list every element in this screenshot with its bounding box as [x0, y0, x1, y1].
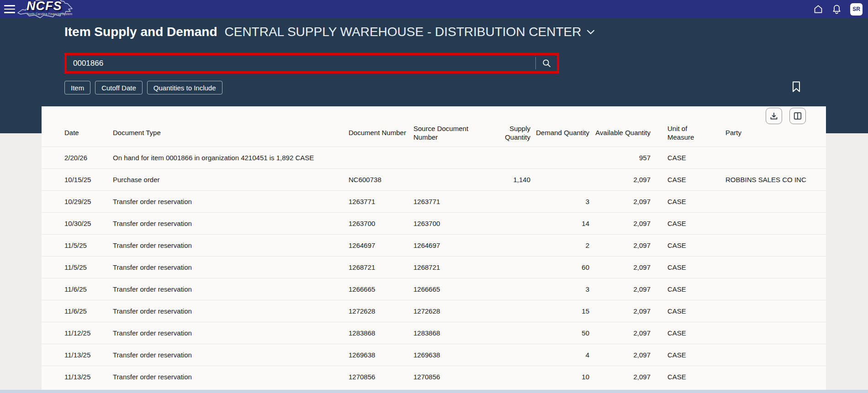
table-row[interactable]: 2/20/26On hand for item 0001866 in organ… [42, 147, 826, 168]
cell-unit-of-measure: CASE [653, 366, 711, 388]
cell-demand-quantity: 15 [533, 300, 592, 322]
table-row[interactable]: 11/6/25Transfer order reservation1266665… [42, 278, 826, 300]
cell-document-number: NC600738 [349, 168, 413, 190]
cell-supply-quantity [487, 278, 533, 300]
search-input[interactable] [67, 55, 535, 71]
cell-supply-quantity: 1,140 [487, 168, 533, 190]
cell-document-number: 1266665 [349, 278, 413, 300]
cell-supply-quantity [487, 256, 533, 278]
column-header-document-type[interactable]: Document Type [113, 106, 349, 147]
cell-unit-of-measure: CASE [653, 190, 711, 212]
cell-demand-quantity: 60 [533, 256, 592, 278]
search-icon [542, 58, 551, 68]
table-row[interactable]: 10/30/25Transfer order reservation126370… [42, 212, 826, 234]
cell-source-document-number: 1263700 [413, 212, 487, 234]
cell-document-number: 1264697 [349, 234, 413, 256]
table-row[interactable]: 11/12/25Transfer order reservation128386… [42, 322, 826, 344]
table-row[interactable]: 11/13/25Transfer order reservation126963… [42, 344, 826, 366]
table-row[interactable]: 11/13/25Transfer order reservation127085… [42, 366, 826, 388]
cell-unit-of-measure: CASE [653, 256, 711, 278]
column-header-unit-of-measure[interactable]: Unit of Measure [653, 106, 711, 147]
cell-supply-quantity [487, 366, 533, 388]
cell-supply-quantity [487, 300, 533, 322]
home-icon[interactable] [813, 4, 823, 14]
table-row[interactable]: 10/15/25Purchase orderNC6007381,1402,097… [42, 168, 826, 190]
manage-columns-button[interactable] [789, 108, 806, 124]
notifications-bell-icon[interactable] [832, 4, 842, 15]
cell-party [711, 212, 826, 234]
hamburger-menu-icon[interactable] [4, 4, 15, 14]
cell-party [711, 256, 826, 278]
table-row[interactable]: 11/5/25Transfer order reservation1268721… [42, 256, 826, 278]
cell-document-number: 1269638 [349, 344, 413, 366]
cell-document-type: Transfer order reservation [113, 366, 349, 388]
cell-available-quantity: 2,097 [592, 300, 653, 322]
top-navigation-bar: NCFS North Carolina Financial System SR [0, 0, 868, 18]
cell-available-quantity: 957 [592, 147, 653, 168]
column-header-available-quantity[interactable]: Available Quantity [592, 106, 653, 147]
cell-available-quantity: 2,097 [592, 168, 653, 190]
export-download-button[interactable] [766, 108, 782, 124]
cell-demand-quantity: 14 [533, 212, 592, 234]
column-header-source-document-number[interactable]: Source Document Number [413, 106, 487, 147]
cell-demand-quantity: 10 [533, 366, 592, 388]
cell-date: 11/13/25 [42, 344, 113, 366]
user-avatar[interactable]: SR [850, 3, 863, 16]
table-row[interactable]: 11/6/25Transfer order reservation1272628… [42, 300, 826, 322]
cell-document-number: 1272628 [349, 300, 413, 322]
cell-demand-quantity: 2 [533, 234, 592, 256]
table-row[interactable]: 10/29/25Transfer order reservation126377… [42, 190, 826, 212]
search-button[interactable] [536, 55, 557, 71]
cell-source-document-number: 1266665 [413, 278, 487, 300]
cell-date: 2/20/26 [42, 147, 113, 168]
cell-date: 10/15/25 [42, 168, 113, 190]
cell-date: 11/13/25 [42, 366, 113, 388]
cell-party [711, 300, 826, 322]
bookmark-icon[interactable] [792, 81, 801, 94]
horizontal-scrollbar[interactable] [0, 390, 868, 393]
cell-supply-quantity [487, 344, 533, 366]
column-header-supply-quantity[interactable]: Supply Quantity [487, 106, 533, 147]
filter-chip-item[interactable]: Item [64, 81, 90, 94]
cell-unit-of-measure: CASE [653, 278, 711, 300]
cell-date: 11/5/25 [42, 234, 113, 256]
cell-document-type: Transfer order reservation [113, 322, 349, 344]
cell-demand-quantity [533, 147, 592, 168]
cell-unit-of-measure: CASE [653, 322, 711, 344]
cell-supply-quantity [487, 147, 533, 168]
ncfs-logo[interactable]: NCFS North Carolina Financial System [16, 0, 78, 22]
organization-context-selector[interactable]: CENTRAL SUPPLY WAREHOUSE - DISTRIBUTION … [225, 25, 595, 39]
cell-demand-quantity: 3 [533, 190, 592, 212]
cell-source-document-number [413, 147, 487, 168]
cell-document-number: 1263771 [349, 190, 413, 212]
cell-unit-of-measure: CASE [653, 168, 711, 190]
cell-source-document-number [413, 168, 487, 190]
cell-party [711, 147, 826, 168]
cell-source-document-number: 1268721 [413, 256, 487, 278]
cell-available-quantity: 2,097 [592, 344, 653, 366]
supply-demand-table: Date Document Type Document Number Sourc… [42, 106, 826, 388]
cell-supply-quantity [487, 322, 533, 344]
cell-demand-quantity: 3 [533, 278, 592, 300]
cell-document-number: 1268721 [349, 256, 413, 278]
column-header-demand-quantity[interactable]: Demand Quantity [533, 106, 592, 147]
column-header-document-number[interactable]: Document Number [349, 106, 413, 147]
cell-party: ROBBINS SALES CO INC [711, 168, 826, 190]
cell-available-quantity: 2,097 [592, 278, 653, 300]
supply-demand-results-card: Date Document Type Document Number Sourc… [42, 106, 826, 393]
cell-available-quantity: 2,097 [592, 366, 653, 388]
column-header-date[interactable]: Date [42, 106, 113, 147]
filter-chip-cutoff-date[interactable]: Cutoff Date [95, 81, 143, 94]
filter-chip-quantities-to-include[interactable]: Quantities to Include [147, 81, 222, 94]
table-row[interactable]: 11/5/25Transfer order reservation1264697… [42, 234, 826, 256]
table-header-row: Date Document Type Document Number Sourc… [42, 106, 826, 147]
cell-source-document-number: 1269638 [413, 344, 487, 366]
cell-source-document-number: 1264697 [413, 234, 487, 256]
cell-available-quantity: 2,097 [592, 212, 653, 234]
cell-date: 11/6/25 [42, 278, 113, 300]
cell-available-quantity: 2,097 [592, 190, 653, 212]
cell-document-type: Transfer order reservation [113, 190, 349, 212]
cell-available-quantity: 2,097 [592, 256, 653, 278]
cell-unit-of-measure: CASE [653, 234, 711, 256]
cell-date: 10/30/25 [42, 212, 113, 234]
